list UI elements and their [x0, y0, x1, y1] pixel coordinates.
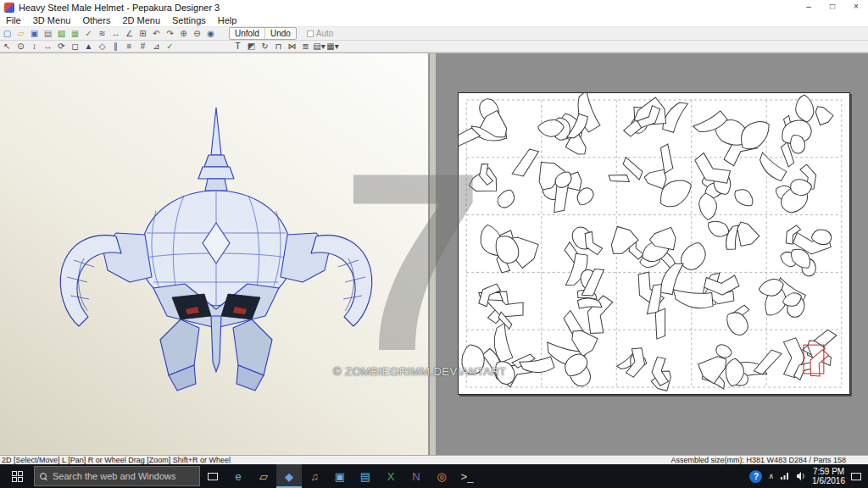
taskbar-app-firefox[interactable]: ◎ [429, 464, 454, 488]
auto-label: Auto [316, 29, 334, 38]
grid-icon[interactable]: ⊞ [136, 28, 149, 39]
material-view-icon[interactable]: ▦ [69, 28, 81, 39]
tray-expand-icon[interactable]: ∧ [768, 472, 774, 480]
rotate-part-tool-icon[interactable]: ↻ [259, 41, 271, 52]
select-tool-icon[interactable]: ↖ [1, 41, 14, 52]
box-select-tool-icon[interactable]: ◻ [69, 41, 81, 52]
start-button[interactable] [0, 464, 34, 488]
excel-icon: X [387, 471, 395, 482]
title-bar[interactable]: Heavy Steel Male Helmet - Pepakura Desig… [0, 0, 868, 14]
firefox-icon: ◎ [437, 471, 446, 482]
taskbar: Search the web and Windows e▱◆♫▣▤XN◎>_ ?… [0, 464, 868, 488]
order-tool-icon[interactable]: ≣ [299, 41, 312, 52]
action-center-icon[interactable] [851, 473, 861, 480]
pan-vertical-tool-icon[interactable]: ↕ [28, 41, 41, 52]
volume-icon[interactable] [796, 472, 806, 480]
edge-icon: e [235, 471, 241, 482]
view-toolbar: ↖⊙↕↔⟳◻▲◇∥≡#⊿✓ T◩↻⊓⋈≣▤▾▦▾ [0, 41, 868, 53]
pattern-icon[interactable]: ≋ [96, 28, 108, 39]
taskbar-app-photos[interactable]: ▣ [327, 464, 353, 488]
toolbar-2d-group-a: ↖⊙↕↔⟳◻▲◇∥≡#⊿✓ [0, 41, 176, 52]
zoom-out-icon[interactable]: ⊖ [191, 28, 203, 39]
open-file-icon[interactable]: ▱ [14, 28, 27, 39]
toolbar-2d-group-b: T◩↻⊓⋈≣▤▾▦▾ [231, 41, 339, 52]
help-tray-icon[interactable]: ? [749, 470, 762, 483]
taskbar-app-onenote[interactable]: N [403, 464, 429, 488]
search-icon [40, 473, 47, 480]
undo-button[interactable]: Undo [264, 28, 296, 39]
taskbar-app-excel[interactable]: X [378, 464, 403, 488]
system-tray: ? ∧ 7:59 PM 1/6/2016 [749, 464, 868, 488]
mesh-tool-icon[interactable]: # [136, 41, 149, 52]
menu-settings[interactable]: Settings [166, 14, 212, 26]
unfold-button-group: Unfold Undo [229, 27, 297, 40]
helmet-3d-model [0, 53, 429, 455]
menu-file[interactable]: File [0, 14, 27, 26]
2d-viewport[interactable] [436, 53, 868, 455]
taskbar-clock[interactable]: 7:59 PM 1/6/2016 [812, 467, 845, 485]
check-tool-icon[interactable]: ✓ [164, 41, 176, 52]
flap-tool-icon[interactable]: ⊓ [272, 41, 285, 52]
new-file-icon[interactable]: ▢ [1, 28, 14, 39]
pattern-page[interactable] [458, 92, 850, 395]
save-icon[interactable]: ▣ [28, 28, 41, 39]
list-tool-icon[interactable]: ≡ [123, 41, 136, 52]
taskbar-app-groove-music[interactable]: ♫ [302, 464, 327, 488]
color-tool-icon[interactable]: ◩ [245, 41, 258, 52]
taskbar-app-store[interactable]: ▤ [353, 464, 378, 488]
taskbar-apps: e▱◆♫▣▤XN◎>_ [225, 464, 480, 488]
toolbar-main-icons: ▢▱▣▤▧▦✓≋↔∠⊞↶↷⊕⊖◉ [0, 28, 217, 39]
face-select-tool-icon[interactable]: ▲ [82, 41, 95, 52]
edge-select-tool-icon[interactable]: ◇ [96, 41, 108, 52]
menu-help[interactable]: Help [212, 14, 243, 26]
pattern-parts [459, 93, 849, 394]
clock-date: 1/6/2016 [812, 476, 845, 485]
taskbar-app-file-explorer[interactable]: ▱ [251, 464, 276, 488]
taskbar-app-pepakura[interactable]: ◆ [276, 464, 302, 488]
menu-others[interactable]: Others [76, 14, 116, 26]
main-toolbar: ▢▱▣▤▧▦✓≋↔∠⊞↶↷⊕⊖◉ Unfold Undo Auto [0, 27, 868, 41]
join-tool-icon[interactable]: ⋈ [286, 41, 298, 52]
rotate-left-icon[interactable]: ↶ [150, 28, 163, 39]
maximize-button[interactable]: □ [821, 0, 844, 14]
3d-viewport[interactable] [0, 53, 429, 455]
pane-splitter[interactable] [430, 53, 436, 455]
search-input[interactable]: Search the web and Windows [34, 466, 200, 486]
menu-2d-menu[interactable]: 2D Menu [116, 14, 166, 26]
status-hint: 2D [Select/Move] L [Pan] R or Wheel Drag… [2, 456, 231, 464]
orbit-tool-icon[interactable]: ⟳ [55, 41, 68, 52]
taskbar-app-cmd[interactable]: >_ [454, 464, 480, 488]
menu-3d-menu[interactable]: 3D Menu [27, 14, 77, 26]
angle-icon[interactable]: ∠ [123, 28, 136, 39]
menu-bar: File3D MenuOthers2D MenuSettingsHelp [0, 14, 868, 27]
rotate-right-icon[interactable]: ↷ [164, 28, 176, 39]
minimize-button[interactable]: – [797, 0, 821, 14]
text-tool-icon[interactable]: T [231, 41, 244, 52]
unfold-check-icon[interactable]: ✓ [82, 28, 95, 39]
layout-menu-icon[interactable]: ▤▾ [313, 41, 326, 52]
auto-checkbox[interactable] [307, 30, 314, 37]
store-icon: ▤ [360, 471, 370, 482]
magnify-tool-icon[interactable]: ⊙ [14, 41, 27, 52]
close-button[interactable]: × [844, 0, 868, 14]
info-icon[interactable]: ◉ [204, 28, 217, 39]
taskbar-app-edge[interactable]: e [225, 464, 251, 488]
measure-icon[interactable]: ↔ [109, 28, 122, 39]
auto-unfold-control[interactable]: Auto [307, 29, 334, 38]
print-icon[interactable]: ▤ [42, 28, 54, 39]
network-icon[interactable] [780, 472, 790, 480]
task-view-button[interactable] [200, 464, 225, 488]
pan-horizontal-tool-icon[interactable]: ↔ [42, 41, 54, 52]
clock-time: 7:59 PM [812, 467, 845, 476]
photos-icon: ▣ [335, 471, 345, 482]
line-tool-icon[interactable]: ∥ [109, 41, 122, 52]
window-title: Heavy Steel Male Helmet - Pepakura Desig… [19, 3, 797, 13]
unfold-button[interactable]: Unfold [230, 28, 264, 39]
export-menu-icon[interactable]: ▦▾ [326, 41, 339, 52]
triangle-tool-icon[interactable]: ⊿ [150, 41, 163, 52]
groove-music-icon: ♫ [310, 471, 319, 482]
task-view-icon [208, 473, 218, 480]
windows-logo-icon [12, 471, 23, 482]
zoom-in-icon[interactable]: ⊕ [177, 28, 190, 39]
texture-view-icon[interactable]: ▧ [55, 28, 68, 39]
